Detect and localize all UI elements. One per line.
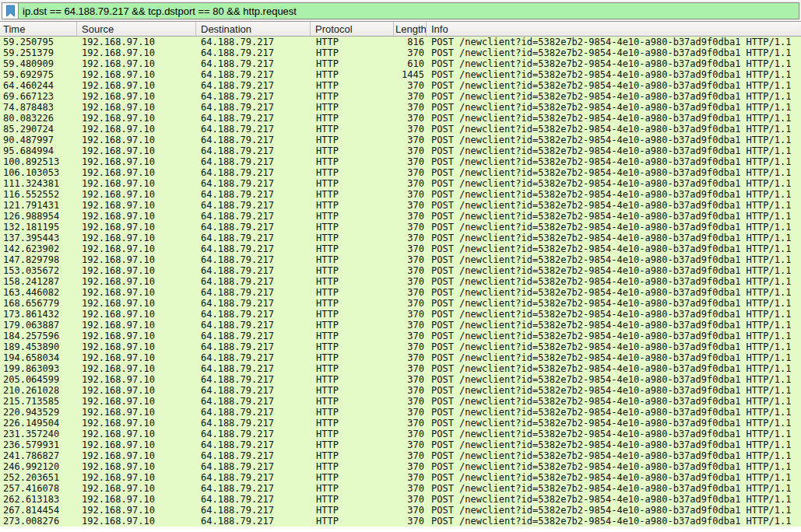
packet-row[interactable]: 231.357240192.168.97.1064.188.79.217HTTP… [0, 429, 801, 439]
packet-time: 100.892513 [0, 156, 77, 167]
packet-time: 194.658034 [0, 352, 77, 363]
packet-source: 192.168.97.10 [77, 178, 196, 189]
packet-destination: 64.188.79.217 [196, 265, 311, 276]
packet-length: 370 [394, 516, 427, 527]
packet-row[interactable]: 142.623902192.168.97.1064.188.79.217HTTP… [0, 243, 801, 254]
packet-destination: 64.188.79.217 [196, 396, 311, 407]
packet-length: 370 [394, 47, 427, 58]
packet-row[interactable]: 158.241287192.168.97.1064.188.79.217HTTP… [0, 276, 801, 287]
filter-bookmark-button[interactable] [2, 2, 18, 19]
packet-row[interactable]: 90.487997192.168.97.1064.188.79.217HTTP3… [0, 135, 801, 145]
packet-destination: 64.188.79.217 [196, 472, 311, 483]
packet-row[interactable]: 111.324381192.168.97.1064.188.79.217HTTP… [0, 178, 801, 189]
packet-row[interactable]: 116.552552192.168.97.1064.188.79.217HTTP… [0, 189, 801, 200]
packet-protocol: HTTP [311, 113, 394, 124]
packet-source: 192.168.97.10 [77, 200, 196, 211]
packet-row[interactable]: 215.713585192.168.97.1064.188.79.217HTTP… [0, 396, 801, 407]
packet-capture-window: ip.dst == 64.188.79.217 && tcp.dstport =… [0, 0, 801, 532]
packet-row[interactable]: 137.395443192.168.97.1064.188.79.217HTTP… [0, 233, 801, 243]
packet-protocol: HTTP [311, 222, 394, 233]
packet-row[interactable]: 252.203651192.168.97.1064.188.79.217HTTP… [0, 472, 801, 483]
column-header-time[interactable]: Time [0, 22, 77, 36]
packet-info: POST /newclient?id=5382e7b2-9854-4e10-a9… [427, 439, 801, 450]
packet-row[interactable]: 80.083226192.168.97.1064.188.79.217HTTP3… [0, 113, 801, 124]
packet-row[interactable]: 163.446082192.168.97.1064.188.79.217HTTP… [0, 287, 801, 298]
packet-row[interactable]: 59.692975192.168.97.1064.188.79.217HTTP1… [0, 69, 801, 80]
column-header-info[interactable]: Info [427, 22, 801, 36]
packet-destination: 64.188.79.217 [196, 178, 311, 189]
packet-source: 192.168.97.10 [77, 494, 196, 505]
packet-source: 192.168.97.10 [77, 222, 196, 233]
packet-destination: 64.188.79.217 [196, 145, 311, 156]
packet-row[interactable]: 205.064599192.168.97.1064.188.79.217HTTP… [0, 374, 801, 385]
packet-row[interactable]: 64.460244192.168.97.1064.188.79.217HTTP3… [0, 80, 801, 91]
packet-row[interactable]: 184.257596192.168.97.1064.188.79.217HTTP… [0, 331, 801, 341]
column-header-protocol[interactable]: Protocol [311, 22, 394, 36]
packet-source: 192.168.97.10 [77, 483, 196, 494]
packet-row[interactable]: 132.181195192.168.97.1064.188.79.217HTTP… [0, 222, 801, 233]
packet-row[interactable]: 194.658034192.168.97.1064.188.79.217HTTP… [0, 352, 801, 363]
packet-time: 246.992120 [0, 461, 77, 472]
packet-protocol: HTTP [311, 298, 394, 309]
packet-time: 163.446082 [0, 287, 77, 298]
packet-row[interactable]: 153.035672192.168.97.1064.188.79.217HTTP… [0, 265, 801, 276]
packet-row[interactable]: 126.988954192.168.97.1064.188.79.217HTTP… [0, 211, 801, 222]
packet-row[interactable]: 95.684994192.168.97.1064.188.79.217HTTP3… [0, 145, 801, 156]
packet-length: 370 [394, 211, 427, 222]
packet-protocol: HTTP [311, 407, 394, 418]
packet-row[interactable]: 100.892513192.168.97.1064.188.79.217HTTP… [0, 156, 801, 167]
packet-row[interactable]: 69.667123192.168.97.1064.188.79.217HTTP3… [0, 91, 801, 102]
packet-row[interactable]: 257.416078192.168.97.1064.188.79.217HTTP… [0, 483, 801, 494]
packet-row[interactable]: 199.863093192.168.97.1064.188.79.217HTTP… [0, 363, 801, 374]
column-header-destination[interactable]: Destination [196, 22, 311, 36]
packet-time: 168.656779 [0, 298, 77, 309]
packet-length: 370 [394, 472, 427, 483]
display-filter-input[interactable]: ip.dst == 64.188.79.217 && tcp.dstport =… [18, 2, 799, 19]
packet-protocol: HTTP [311, 211, 394, 222]
packet-row[interactable]: 59.251379192.168.97.1064.188.79.217HTTP3… [0, 47, 801, 58]
packet-protocol: HTTP [311, 320, 394, 331]
packet-info: POST /newclient?id=5382e7b2-9854-4e10-a9… [427, 254, 801, 265]
packet-source: 192.168.97.10 [77, 331, 196, 341]
packet-row[interactable]: 189.453890192.168.97.1064.188.79.217HTTP… [0, 341, 801, 352]
packet-protocol: HTTP [311, 58, 394, 69]
packet-protocol: HTTP [311, 309, 394, 320]
packet-protocol: HTTP [311, 189, 394, 200]
packet-row[interactable]: 179.063887192.168.97.1064.188.79.217HTTP… [0, 320, 801, 331]
packet-destination: 64.188.79.217 [196, 91, 311, 102]
packet-row[interactable]: 262.613183192.168.97.1064.188.79.217HTTP… [0, 494, 801, 505]
packet-protocol: HTTP [311, 331, 394, 341]
packet-row[interactable]: 147.829798192.168.97.1064.188.79.217HTTP… [0, 254, 801, 265]
packet-row[interactable]: 267.814454192.168.97.1064.188.79.217HTTP… [0, 505, 801, 516]
packet-row[interactable]: 226.149504192.168.97.1064.188.79.217HTTP… [0, 418, 801, 429]
column-header-length[interactable]: Length [394, 22, 427, 36]
packet-destination: 64.188.79.217 [196, 47, 311, 58]
packet-protocol: HTTP [311, 243, 394, 254]
packet-row[interactable]: 59.250795192.168.97.1064.188.79.217HTTP8… [0, 37, 801, 47]
packet-source: 192.168.97.10 [77, 429, 196, 439]
packet-length: 370 [394, 341, 427, 352]
packet-row[interactable]: 106.103053192.168.97.1064.188.79.217HTTP… [0, 167, 801, 178]
packet-row[interactable]: 236.579931192.168.97.1064.188.79.217HTTP… [0, 439, 801, 450]
packet-row[interactable]: 220.943529192.168.97.1064.188.79.217HTTP… [0, 407, 801, 418]
display-filter-toolbar: ip.dst == 64.188.79.217 && tcp.dstport =… [0, 0, 801, 22]
packet-length: 370 [394, 298, 427, 309]
packet-info: POST /newclient?id=5382e7b2-9854-4e10-a9… [427, 483, 801, 494]
packet-row[interactable]: 246.992120192.168.97.1064.188.79.217HTTP… [0, 461, 801, 472]
packet-row[interactable]: 273.008276192.168.97.1064.188.79.217HTTP… [0, 516, 801, 527]
packet-row[interactable]: 59.480909192.168.97.1064.188.79.217HTTP6… [0, 58, 801, 69]
packet-row[interactable]: 168.656779192.168.97.1064.188.79.217HTTP… [0, 298, 801, 309]
column-header-source[interactable]: Source [77, 22, 196, 36]
packet-row[interactable]: 85.290724192.168.97.1064.188.79.217HTTP3… [0, 124, 801, 135]
packet-protocol: HTTP [311, 233, 394, 243]
packet-protocol: HTTP [311, 91, 394, 102]
packet-time: 262.613183 [0, 494, 77, 505]
packet-row[interactable]: 241.786827192.168.97.1064.188.79.217HTTP… [0, 450, 801, 461]
packet-source: 192.168.97.10 [77, 276, 196, 287]
packet-info: POST /newclient?id=5382e7b2-9854-4e10-a9… [427, 37, 801, 47]
packet-info: POST /newclient?id=5382e7b2-9854-4e10-a9… [427, 113, 801, 124]
packet-row[interactable]: 74.878483192.168.97.1064.188.79.217HTTP3… [0, 102, 801, 113]
packet-row[interactable]: 173.861432192.168.97.1064.188.79.217HTTP… [0, 309, 801, 320]
packet-row[interactable]: 210.261028192.168.97.1064.188.79.217HTTP… [0, 385, 801, 396]
packet-row[interactable]: 121.791431192.168.97.1064.188.79.217HTTP… [0, 200, 801, 211]
